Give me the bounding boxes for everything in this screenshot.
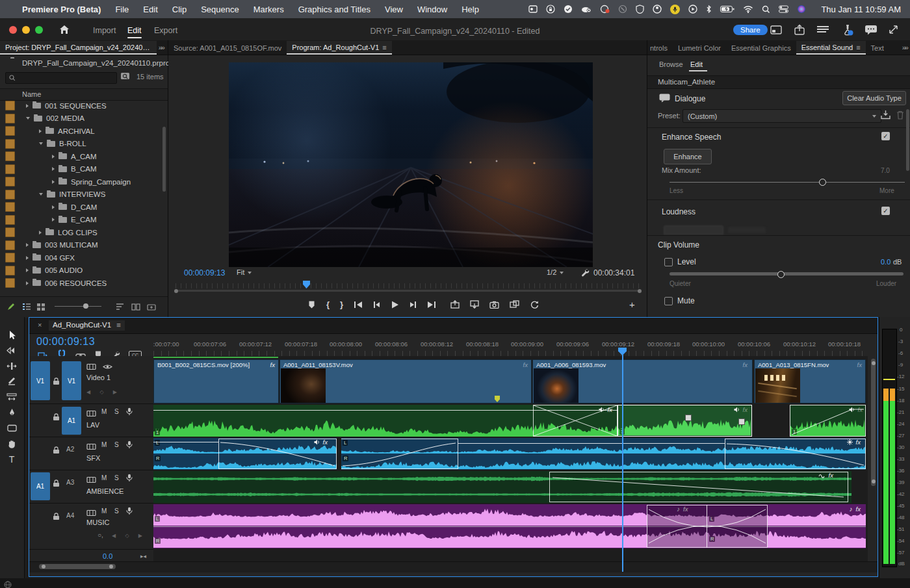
program-video-frame[interactable]: [229, 62, 593, 267]
fade-handle[interactable]: [738, 418, 745, 425]
solo-track-button[interactable]: S: [114, 408, 119, 415]
sync-lock-icon[interactable]: [86, 507, 96, 519]
menu-edit[interactable]: Edit: [143, 5, 157, 14]
tab-text[interactable]: Text: [866, 42, 889, 55]
more-panels-chevron[interactable]: »»: [902, 44, 907, 51]
bin-row[interactable]: 005 AUDIO: [0, 264, 168, 277]
siri-icon[interactable]: [797, 5, 806, 14]
rectangle-tool[interactable]: [5, 422, 18, 435]
app-menu[interactable]: Premiere Pro (Beta): [22, 5, 101, 14]
twirl-icon[interactable]: [52, 180, 55, 184]
twirl-icon[interactable]: [26, 104, 29, 108]
bin-row[interactable]: 001 SEQUENCES: [0, 99, 168, 112]
hand-tool[interactable]: [5, 437, 18, 450]
obs-icon[interactable]: [653, 5, 662, 14]
tab-source-monitor[interactable]: Source: A001_A015_0815OF.mov: [168, 42, 287, 55]
filter-bin-icon[interactable]: [120, 71, 131, 83]
twirl-icon[interactable]: [39, 142, 43, 145]
solo-track-button[interactable]: S: [114, 441, 119, 448]
spotlight-search-icon[interactable]: [762, 5, 770, 14]
bin-row[interactable]: INTERVIEWS: [0, 188, 168, 201]
bin-label[interactable]: 001 SEQUENCES: [45, 102, 107, 110]
add-marker-button[interactable]: [307, 300, 316, 309]
mode-tab-export[interactable]: Export: [154, 26, 177, 35]
twirl-icon[interactable]: [26, 281, 29, 285]
bin-label[interactable]: ARCHIVAL: [58, 127, 95, 135]
fade-handle[interactable]: [685, 415, 692, 421]
fullscreen-icon[interactable]: [888, 24, 899, 38]
bin-row[interactable]: 002 MEDIA: [0, 112, 168, 125]
menu-markers[interactable]: Markers: [254, 5, 284, 14]
voiceover-record-mic-icon[interactable]: [126, 473, 133, 485]
fx-badge[interactable]: fx: [523, 361, 528, 368]
mode-tab-import[interactable]: Import: [93, 26, 116, 35]
extract-button[interactable]: [470, 300, 479, 309]
zoom-level-dropdown[interactable]: Fit: [237, 268, 252, 276]
share-button[interactable]: Share: [733, 25, 768, 35]
tab-sequence[interactable]: Ad_RoughCut-V1 ≡: [49, 320, 125, 331]
timeline-playhead-timecode[interactable]: 00:00:09:13: [36, 336, 95, 348]
mute-track-button[interactable]: M: [101, 441, 107, 448]
track-name-a2[interactable]: SFX: [86, 454, 100, 462]
mode-tab-edit[interactable]: Edit: [127, 26, 142, 38]
timeline-ruler[interactable]: 0:00:07:00 00:00:07:06 00:00:07:12 00:00…: [153, 337, 868, 357]
tab-lumetri-color[interactable]: Lumetri Color: [673, 42, 726, 55]
hscroll-zoom-handle[interactable]: [42, 565, 46, 569]
menubar-clock[interactable]: Thu Jan 11 10:59 AM: [821, 0, 901, 18]
globe-status-icon[interactable]: [4, 580, 12, 588]
go-to-out-button[interactable]: [427, 301, 436, 309]
enhance-speech-checkbox[interactable]: ✓: [881, 132, 890, 140]
twirl-icon[interactable]: [26, 243, 29, 247]
music-crossfade-selection[interactable]: [647, 505, 768, 548]
track-name-a1[interactable]: LAV: [86, 421, 99, 429]
menu-file[interactable]: File: [115, 5, 129, 14]
toggle-track-output-eye-icon[interactable]: [103, 361, 112, 373]
video-clip[interactable]: A001_A006_081593.mov fx: [532, 359, 753, 403]
bin-label[interactable]: E_CAM: [71, 216, 97, 224]
fade-out-selection[interactable]: [549, 472, 848, 502]
bin-label[interactable]: 002 MEDIA: [46, 114, 84, 122]
tab-essential-sound[interactable]: Essential Sound≡: [796, 41, 866, 55]
bin-label[interactable]: D_CAM: [71, 203, 97, 211]
track-keyframe-value[interactable]: 0.0: [103, 552, 112, 560]
mic-active-icon[interactable]: [670, 5, 680, 14]
beta-feedback-flask-icon[interactable]: [841, 23, 854, 39]
mix-amount-value[interactable]: 7.0: [881, 167, 890, 174]
slip-tool[interactable]: [5, 390, 18, 403]
fade-out-selection[interactable]: [218, 439, 337, 469]
mute-track-button[interactable]: M: [101, 507, 107, 515]
bin-row[interactable]: B-ROLL: [0, 138, 168, 151]
new-bin-icon[interactable]: [147, 302, 156, 314]
track-target-a4[interactable]: A4: [66, 512, 74, 519]
keyframe-nav[interactable]: ◀ ◇ ▶: [112, 533, 146, 539]
program-scrub-ticks[interactable]: [176, 283, 640, 288]
voiceover-record-mic-icon[interactable]: [126, 407, 133, 418]
program-scrub-track[interactable]: [176, 290, 640, 292]
ripple-edit-tool[interactable]: [5, 359, 18, 372]
level-slider[interactable]: [670, 272, 904, 275]
clip-badges[interactable]: ♪fx: [850, 505, 861, 513]
es-subtab-edit[interactable]: Edit: [690, 60, 703, 68]
source-patch-v1[interactable]: V1: [31, 361, 50, 400]
more-panels-chevron[interactable]: »»: [159, 44, 164, 51]
fx-badge[interactable]: fx: [857, 361, 862, 368]
fade-out-selection[interactable]: [725, 439, 866, 469]
hscroll-zoom-handle[interactable]: [109, 565, 113, 569]
timeline-hscroll-thumb[interactable]: [39, 564, 116, 569]
tab-program-monitor[interactable]: Program: Ad_RoughCut-V1≡: [287, 41, 391, 55]
comments-icon[interactable]: [864, 25, 878, 38]
preset-dropdown[interactable]: (Custom): [682, 109, 881, 123]
auto-match-button-clipped[interactable]: [664, 225, 723, 235]
es-scrollbar[interactable]: [906, 109, 909, 171]
button-editor-plus[interactable]: +: [629, 299, 635, 310]
icon-view-icon[interactable]: [36, 302, 46, 314]
project-scrollbar[interactable]: [162, 127, 166, 192]
bin-label[interactable]: 004 GFX: [45, 254, 75, 262]
video-clip[interactable]: A001_A013_0815FN.mov fx: [754, 359, 866, 403]
crossfade-transition[interactable]: [533, 405, 618, 437]
close-sequence-icon[interactable]: ×: [38, 321, 42, 329]
twirl-icon[interactable]: [52, 155, 55, 159]
lock-track-icon[interactable]: [53, 376, 60, 388]
bin-label[interactable]: 006 RESOURCES: [45, 279, 107, 287]
level-slider-handle[interactable]: [777, 271, 785, 278]
